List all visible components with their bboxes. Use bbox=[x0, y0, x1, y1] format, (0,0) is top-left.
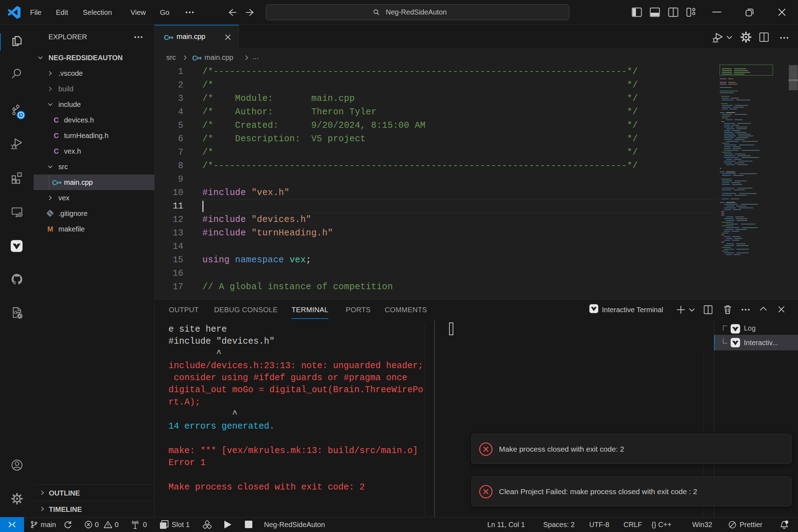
svg-text:C: C bbox=[52, 179, 57, 187]
svg-text:C: C bbox=[164, 34, 169, 41]
svg-text:C: C bbox=[192, 54, 197, 62]
